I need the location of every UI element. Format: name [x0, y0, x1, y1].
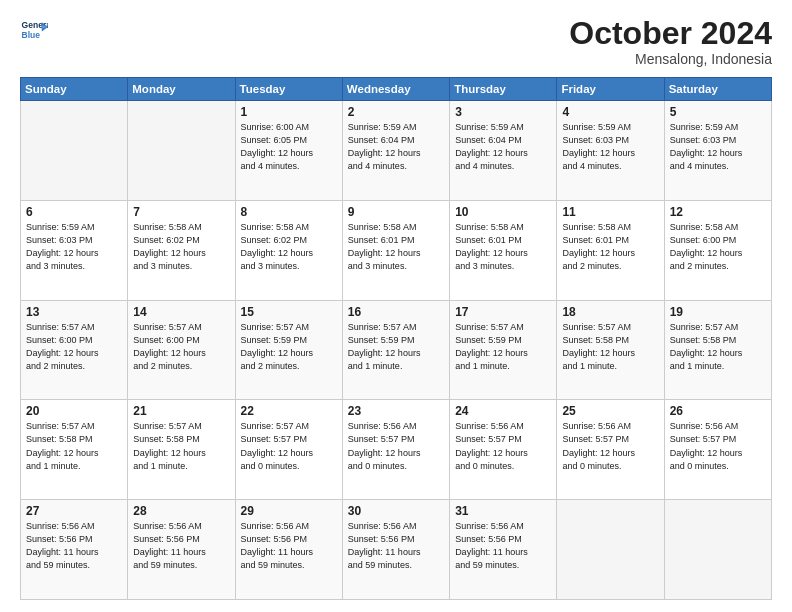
- col-thursday: Thursday: [450, 78, 557, 101]
- calendar-table: Sunday Monday Tuesday Wednesday Thursday…: [20, 77, 772, 600]
- day-info: Sunrise: 5:57 AM Sunset: 5:59 PM Dayligh…: [241, 321, 337, 373]
- calendar-cell: [557, 500, 664, 600]
- day-info: Sunrise: 5:57 AM Sunset: 5:58 PM Dayligh…: [562, 321, 658, 373]
- day-number: 30: [348, 504, 444, 518]
- calendar-cell: 14Sunrise: 5:57 AM Sunset: 6:00 PM Dayli…: [128, 300, 235, 400]
- day-number: 21: [133, 404, 229, 418]
- day-number: 7: [133, 205, 229, 219]
- day-number: 25: [562, 404, 658, 418]
- day-number: 20: [26, 404, 122, 418]
- col-saturday: Saturday: [664, 78, 771, 101]
- day-number: 29: [241, 504, 337, 518]
- day-number: 28: [133, 504, 229, 518]
- day-number: 1: [241, 105, 337, 119]
- location: Mensalong, Indonesia: [569, 51, 772, 67]
- day-info: Sunrise: 5:57 AM Sunset: 5:57 PM Dayligh…: [241, 420, 337, 472]
- calendar-cell: 3Sunrise: 5:59 AM Sunset: 6:04 PM Daylig…: [450, 101, 557, 201]
- calendar-cell: 24Sunrise: 5:56 AM Sunset: 5:57 PM Dayli…: [450, 400, 557, 500]
- day-info: Sunrise: 5:57 AM Sunset: 5:59 PM Dayligh…: [348, 321, 444, 373]
- day-number: 27: [26, 504, 122, 518]
- day-info: Sunrise: 5:58 AM Sunset: 6:01 PM Dayligh…: [455, 221, 551, 273]
- day-info: Sunrise: 5:56 AM Sunset: 5:57 PM Dayligh…: [348, 420, 444, 472]
- day-number: 10: [455, 205, 551, 219]
- day-number: 24: [455, 404, 551, 418]
- day-number: 9: [348, 205, 444, 219]
- calendar-cell: 8Sunrise: 5:58 AM Sunset: 6:02 PM Daylig…: [235, 200, 342, 300]
- logo-icon: General Blue: [20, 16, 48, 44]
- calendar-cell: 21Sunrise: 5:57 AM Sunset: 5:58 PM Dayli…: [128, 400, 235, 500]
- title-section: October 2024 Mensalong, Indonesia: [569, 16, 772, 67]
- calendar-cell: 23Sunrise: 5:56 AM Sunset: 5:57 PM Dayli…: [342, 400, 449, 500]
- day-info: Sunrise: 5:58 AM Sunset: 6:00 PM Dayligh…: [670, 221, 766, 273]
- calendar-cell: 13Sunrise: 5:57 AM Sunset: 6:00 PM Dayli…: [21, 300, 128, 400]
- calendar-cell: 5Sunrise: 5:59 AM Sunset: 6:03 PM Daylig…: [664, 101, 771, 201]
- day-number: 23: [348, 404, 444, 418]
- calendar-cell: [21, 101, 128, 201]
- day-number: 26: [670, 404, 766, 418]
- day-number: 6: [26, 205, 122, 219]
- day-info: Sunrise: 5:58 AM Sunset: 6:01 PM Dayligh…: [562, 221, 658, 273]
- day-info: Sunrise: 5:56 AM Sunset: 5:57 PM Dayligh…: [562, 420, 658, 472]
- day-info: Sunrise: 5:56 AM Sunset: 5:56 PM Dayligh…: [241, 520, 337, 572]
- calendar-week-row: 27Sunrise: 5:56 AM Sunset: 5:56 PM Dayli…: [21, 500, 772, 600]
- day-info: Sunrise: 5:56 AM Sunset: 5:56 PM Dayligh…: [455, 520, 551, 572]
- page: General Blue October 2024 Mensalong, Ind…: [0, 0, 792, 612]
- calendar-cell: 19Sunrise: 5:57 AM Sunset: 5:58 PM Dayli…: [664, 300, 771, 400]
- day-number: 2: [348, 105, 444, 119]
- col-monday: Monday: [128, 78, 235, 101]
- calendar-cell: 27Sunrise: 5:56 AM Sunset: 5:56 PM Dayli…: [21, 500, 128, 600]
- calendar-cell: 20Sunrise: 5:57 AM Sunset: 5:58 PM Dayli…: [21, 400, 128, 500]
- day-number: 5: [670, 105, 766, 119]
- day-info: Sunrise: 5:56 AM Sunset: 5:56 PM Dayligh…: [133, 520, 229, 572]
- day-info: Sunrise: 5:58 AM Sunset: 6:02 PM Dayligh…: [241, 221, 337, 273]
- day-info: Sunrise: 5:57 AM Sunset: 5:58 PM Dayligh…: [26, 420, 122, 472]
- calendar-cell: 30Sunrise: 5:56 AM Sunset: 5:56 PM Dayli…: [342, 500, 449, 600]
- calendar-cell: 1Sunrise: 6:00 AM Sunset: 6:05 PM Daylig…: [235, 101, 342, 201]
- day-info: Sunrise: 5:57 AM Sunset: 6:00 PM Dayligh…: [26, 321, 122, 373]
- calendar-cell: 10Sunrise: 5:58 AM Sunset: 6:01 PM Dayli…: [450, 200, 557, 300]
- col-sunday: Sunday: [21, 78, 128, 101]
- day-number: 18: [562, 305, 658, 319]
- day-info: Sunrise: 5:58 AM Sunset: 6:02 PM Dayligh…: [133, 221, 229, 273]
- col-tuesday: Tuesday: [235, 78, 342, 101]
- calendar-cell: 25Sunrise: 5:56 AM Sunset: 5:57 PM Dayli…: [557, 400, 664, 500]
- day-number: 3: [455, 105, 551, 119]
- day-info: Sunrise: 5:56 AM Sunset: 5:57 PM Dayligh…: [455, 420, 551, 472]
- day-info: Sunrise: 5:59 AM Sunset: 6:04 PM Dayligh…: [455, 121, 551, 173]
- calendar-cell: 28Sunrise: 5:56 AM Sunset: 5:56 PM Dayli…: [128, 500, 235, 600]
- svg-text:Blue: Blue: [22, 30, 41, 40]
- day-number: 19: [670, 305, 766, 319]
- calendar-week-row: 20Sunrise: 5:57 AM Sunset: 5:58 PM Dayli…: [21, 400, 772, 500]
- calendar-cell: 22Sunrise: 5:57 AM Sunset: 5:57 PM Dayli…: [235, 400, 342, 500]
- calendar-week-row: 1Sunrise: 6:00 AM Sunset: 6:05 PM Daylig…: [21, 101, 772, 201]
- day-number: 15: [241, 305, 337, 319]
- calendar-cell: 9Sunrise: 5:58 AM Sunset: 6:01 PM Daylig…: [342, 200, 449, 300]
- day-number: 13: [26, 305, 122, 319]
- calendar-cell: 29Sunrise: 5:56 AM Sunset: 5:56 PM Dayli…: [235, 500, 342, 600]
- calendar-cell: 4Sunrise: 5:59 AM Sunset: 6:03 PM Daylig…: [557, 101, 664, 201]
- col-friday: Friday: [557, 78, 664, 101]
- day-number: 22: [241, 404, 337, 418]
- calendar-cell: 17Sunrise: 5:57 AM Sunset: 5:59 PM Dayli…: [450, 300, 557, 400]
- day-info: Sunrise: 5:58 AM Sunset: 6:01 PM Dayligh…: [348, 221, 444, 273]
- header: General Blue October 2024 Mensalong, Ind…: [20, 16, 772, 67]
- calendar-cell: 11Sunrise: 5:58 AM Sunset: 6:01 PM Dayli…: [557, 200, 664, 300]
- calendar-cell: 6Sunrise: 5:59 AM Sunset: 6:03 PM Daylig…: [21, 200, 128, 300]
- day-number: 14: [133, 305, 229, 319]
- day-info: Sunrise: 5:56 AM Sunset: 5:56 PM Dayligh…: [26, 520, 122, 572]
- day-info: Sunrise: 5:59 AM Sunset: 6:04 PM Dayligh…: [348, 121, 444, 173]
- day-info: Sunrise: 5:59 AM Sunset: 6:03 PM Dayligh…: [670, 121, 766, 173]
- day-info: Sunrise: 5:56 AM Sunset: 5:57 PM Dayligh…: [670, 420, 766, 472]
- calendar-cell: 18Sunrise: 5:57 AM Sunset: 5:58 PM Dayli…: [557, 300, 664, 400]
- day-number: 17: [455, 305, 551, 319]
- day-number: 11: [562, 205, 658, 219]
- calendar-cell: 16Sunrise: 5:57 AM Sunset: 5:59 PM Dayli…: [342, 300, 449, 400]
- day-number: 16: [348, 305, 444, 319]
- day-info: Sunrise: 5:57 AM Sunset: 5:59 PM Dayligh…: [455, 321, 551, 373]
- day-number: 31: [455, 504, 551, 518]
- calendar-cell: 7Sunrise: 5:58 AM Sunset: 6:02 PM Daylig…: [128, 200, 235, 300]
- logo: General Blue: [20, 16, 48, 44]
- day-info: Sunrise: 5:56 AM Sunset: 5:56 PM Dayligh…: [348, 520, 444, 572]
- day-number: 12: [670, 205, 766, 219]
- calendar-cell: 2Sunrise: 5:59 AM Sunset: 6:04 PM Daylig…: [342, 101, 449, 201]
